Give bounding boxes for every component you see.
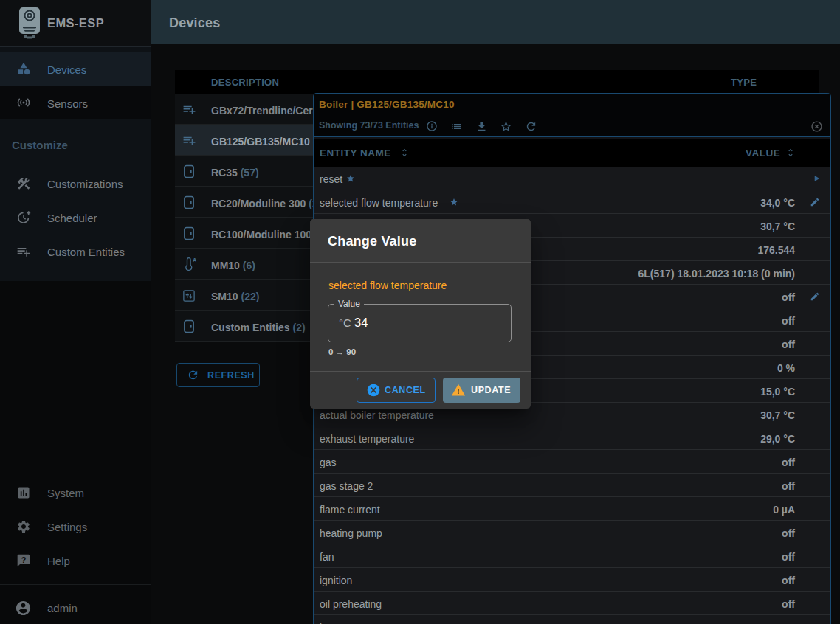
svg-text:?: ? <box>21 555 27 564</box>
svg-text:A: A <box>193 257 196 263</box>
